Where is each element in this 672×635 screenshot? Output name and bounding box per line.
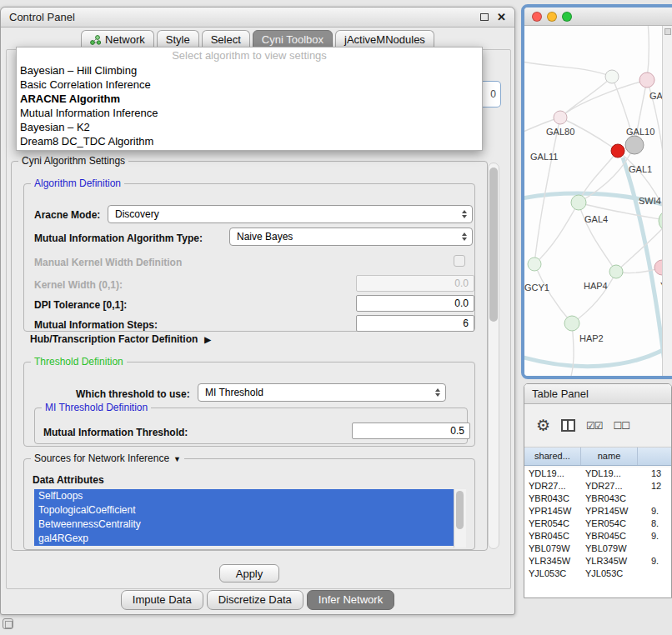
network-view-window: GAL8GAL80GAL10GAL11GAL1SWI4GAL4GCY1HAP4Y… <box>521 4 672 379</box>
algorithm-option[interactable]: Mutual Information Inference <box>17 106 482 120</box>
combo-value: MI Threshold <box>205 387 263 398</box>
kernel-width-field[interactable]: 0.0 <box>356 275 474 292</box>
table-cell: YBR045C <box>524 530 581 542</box>
table-body: YDL19...YDL19...13YDR27...YDR27...12YBR0… <box>524 468 671 598</box>
table-cell <box>638 492 671 505</box>
table-row[interactable]: YBR045CYBR045C9. <box>524 530 671 542</box>
network-window-titlebar[interactable] <box>524 8 672 26</box>
network-node[interactable] <box>564 316 579 331</box>
table-cell: YER054C <box>581 518 638 530</box>
tab-impute-data[interactable]: Impute Data <box>121 590 203 610</box>
table-row[interactable]: YJL053CYJL053C <box>524 568 671 580</box>
tab-label: Style <box>166 33 190 46</box>
traffic-minimize-icon[interactable] <box>547 12 557 22</box>
column-header-shared-name[interactable]: shared... <box>524 448 581 465</box>
mi-threshold-label: Mutual Information Threshold: <box>43 427 188 438</box>
algorithm-option[interactable]: Basic Correlation Inference <box>17 78 482 92</box>
attribute-item[interactable]: SelfLoops <box>34 489 454 503</box>
table-row[interactable]: YDL19...YDL19...13 <box>524 468 671 480</box>
deselect-all-columns-icon[interactable]: ☐☐ <box>614 420 630 432</box>
network-node[interactable] <box>654 260 662 275</box>
table-row[interactable]: YPR145WYPR145W9. <box>524 505 671 518</box>
network-node[interactable] <box>554 111 567 124</box>
table-cell: 9. <box>638 530 671 542</box>
table-panel-titlebar[interactable]: Table Panel <box>524 384 671 404</box>
network-node[interactable] <box>609 265 623 278</box>
network-scrollbar[interactable] <box>662 26 672 376</box>
select-all-columns-icon[interactable]: ☑☑ <box>586 420 603 432</box>
which-threshold-combo[interactable]: MI Threshold <box>198 383 446 402</box>
network-canvas[interactable]: GAL8GAL80GAL10GAL11GAL1SWI4GAL4GCY1HAP4Y… <box>524 26 672 376</box>
table-cell: YDR27... <box>524 480 581 492</box>
mi-steps-field[interactable]: 6 <box>356 315 474 332</box>
scrollbar-thumb[interactable] <box>489 168 498 322</box>
control-panel-window: Control Panel ✕ Network Style <box>0 7 515 615</box>
network-node[interactable] <box>625 136 644 154</box>
network-edge <box>572 272 616 323</box>
manual-kernel-checkbox[interactable] <box>454 255 465 267</box>
traffic-zoom-icon[interactable] <box>562 12 572 22</box>
tab-discretize-data[interactable]: Discretize Data <box>207 590 303 610</box>
algorithm-definition-group: Algorithm Definition Aracne Mode: Discov… <box>23 183 475 332</box>
hub-definition-expander[interactable]: Hub/Transcription Factor Definition <box>30 333 211 345</box>
algorithm-option[interactable]: Dream8 DC_TDC Algorithm <box>17 134 482 148</box>
table-row[interactable]: YBL079WYBL079W <box>524 542 671 555</box>
threshold-definition-group: Threshold Definition Which threshold to … <box>23 362 475 447</box>
table-row[interactable]: YLR345WYLR345W9. <box>524 555 671 568</box>
aracne-mode-combo[interactable]: Discovery <box>108 205 473 223</box>
network-node[interactable] <box>571 195 586 210</box>
table-cell: YJL053C <box>524 568 581 580</box>
network-node[interactable] <box>611 144 624 158</box>
network-edge <box>524 348 662 367</box>
network-node[interactable] <box>639 72 654 88</box>
sources-title: Sources for Network Inference <box>34 452 169 464</box>
sources-expander[interactable]: Sources for Network Inference <box>31 452 184 464</box>
group-title: Algorithm Definition <box>31 178 124 189</box>
cytopanel-dock-icon[interactable] <box>3 618 13 629</box>
float-window-icon[interactable] <box>480 13 489 21</box>
network-node[interactable] <box>528 258 541 271</box>
table-row[interactable]: YDR27...YDR27...12 <box>524 480 671 492</box>
network-edge <box>647 26 649 80</box>
dpi-tolerance-field[interactable]: 0.0 <box>356 295 474 312</box>
table-cell <box>638 542 671 555</box>
algorithm-option[interactable]: Bayesian – K2 <box>17 120 482 134</box>
kernel-width-label: Kernel Width (0,1): <box>34 279 123 291</box>
network-graph: GAL8GAL80GAL10GAL11GAL1SWI4GAL4GCY1HAP4Y… <box>524 26 662 379</box>
scroll-arrow-icon[interactable] <box>664 28 671 35</box>
attribute-item[interactable]: gal4RGexp <box>34 532 454 546</box>
tab-infer-network[interactable]: Infer Network <box>307 590 394 610</box>
data-attribute-list[interactable]: SelfLoopsTopologicalCoefficientBetweenne… <box>34 489 466 548</box>
apply-button[interactable]: Apply <box>219 564 279 582</box>
column-header-extra[interactable] <box>638 448 671 465</box>
show-columns-icon[interactable] <box>561 419 575 432</box>
combo-arrows-icon <box>459 228 469 245</box>
mi-threshold-field[interactable]: 0.5 <box>352 422 470 439</box>
table-cell: YBR045C <box>581 530 638 542</box>
algorithm-option[interactable]: ARACNE Algorithm <box>17 92 482 106</box>
node-label: HAP4 <box>584 281 608 291</box>
table-settings-gear-icon[interactable]: ⚙ <box>536 418 550 433</box>
attribute-list-scrollbar[interactable] <box>454 489 466 548</box>
group-title: Threshold Definition <box>31 356 127 368</box>
control-panel-titlebar[interactable]: Control Panel ✕ <box>1 8 514 28</box>
tab-label: Network <box>105 33 145 46</box>
algorithm-option[interactable]: Bayesian – Hill Climbing <box>17 63 482 78</box>
window-title: Control Panel <box>9 11 75 23</box>
hub-definition-label: Hub/Transcription Factor Definition <box>30 333 198 345</box>
mi-type-combo[interactable]: Naive Bayes <box>229 228 473 246</box>
column-header-name[interactable]: name <box>581 448 638 465</box>
table-toolbar: ⚙ ☑☑ ☐☐ <box>524 404 671 448</box>
close-window-icon[interactable]: ✕ <box>497 13 506 22</box>
settings-scrollbar[interactable] <box>488 162 499 549</box>
table-cell: 9. <box>638 505 671 518</box>
table-row[interactable]: YER054CYER054C8. <box>524 518 671 530</box>
network-edge <box>579 202 616 272</box>
traffic-close-icon[interactable] <box>532 12 542 22</box>
network-node[interactable] <box>605 70 619 83</box>
window-controls: ✕ <box>480 13 506 22</box>
network-edge <box>534 264 572 323</box>
table-row[interactable]: YBR043CYBR043C <box>524 492 671 505</box>
attribute-item[interactable]: TopologicalCoefficient <box>34 503 454 518</box>
attribute-item[interactable]: BetweennessCentrality <box>34 518 454 532</box>
